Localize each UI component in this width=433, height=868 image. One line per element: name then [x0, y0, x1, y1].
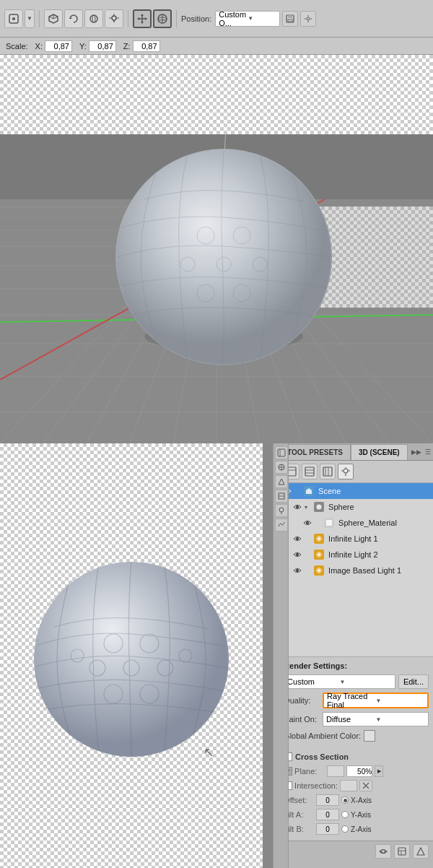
- quality-dropdown-arrow: ▼: [376, 698, 424, 704]
- divider-3: [176, 10, 177, 27]
- svg-point-113: [296, 553, 299, 556]
- light-btn[interactable]: [105, 9, 123, 28]
- tilt-a-row: Tilt A: Y-Axis: [284, 809, 429, 820]
- scale-x-input[interactable]: [45, 40, 72, 52]
- cube-btn[interactable]: [44, 9, 63, 28]
- edit-btn[interactable]: Edit...: [398, 674, 429, 689]
- tree-item-light1[interactable]: Infinite Light 1: [279, 531, 433, 547]
- scale-y-input[interactable]: [89, 40, 116, 52]
- rotate-btn[interactable]: [64, 9, 83, 28]
- side-tool-2[interactable]: [275, 461, 288, 474]
- rotate-3d-btn[interactable]: [153, 9, 172, 28]
- side-tool-1[interactable]: [275, 446, 288, 459]
- tilt-a-axis-radio[interactable]: [341, 811, 349, 818]
- tool-btn-1[interactable]: [4, 9, 23, 28]
- scale-x-label: X:: [35, 42, 43, 51]
- tree-vis-eye-light2[interactable]: [292, 550, 302, 560]
- side-tool-4[interactable]: [275, 490, 288, 503]
- svg-marker-16: [141, 14, 144, 16]
- tree-vis-eye-sphere[interactable]: [292, 502, 302, 512]
- paint-on-row: Paint On: Diffuse ▼: [284, 712, 429, 726]
- scale-y-field: Y:: [79, 40, 116, 52]
- cross-section-header: Cross Section: [284, 752, 429, 761]
- viewport-canvas: [0, 55, 433, 443]
- render-preset-arrow: ▼: [340, 679, 392, 685]
- tool-btn-dropdown[interactable]: ▼: [25, 9, 35, 28]
- panel-tab-menu[interactable]: ☰: [423, 444, 433, 460]
- scale-z-input[interactable]: [133, 40, 160, 52]
- sphere-btn[interactable]: [84, 9, 103, 28]
- tree-item-light2[interactable]: Infinite Light 2: [279, 547, 433, 563]
- tree-icon-sphere: [314, 502, 324, 512]
- render-preset-dropdown[interactable]: Custom ▼: [284, 674, 395, 689]
- tree-vis-eye-ibl1[interactable]: [292, 565, 302, 576]
- tree-vis-eye-material[interactable]: [302, 518, 312, 528]
- tab-tool-presets[interactable]: TOOL PRESETS: [279, 444, 351, 460]
- bottom-panel-row: [279, 841, 433, 862]
- scene-tree: Scene ▾ Sphere: [279, 483, 433, 656]
- paint-on-label: Paint On:: [284, 715, 320, 724]
- tree-label-ibl1: Image Based Light 1: [328, 566, 401, 575]
- svg-rect-107: [326, 520, 332, 526]
- panel-icon-light[interactable]: [338, 464, 354, 479]
- svg-point-87: [279, 508, 284, 512]
- tree-item-ibl1[interactable]: Image Based Light 1: [279, 563, 433, 578]
- tree-item-sphere[interactable]: ▾ Sphere: [279, 499, 433, 515]
- svg-rect-94: [323, 467, 332, 476]
- side-tool-5[interactable]: [275, 504, 288, 517]
- svg-marker-18: [137, 17, 139, 20]
- bottom-btn-2[interactable]: [394, 844, 410, 859]
- tilt-b-input[interactable]: [316, 823, 339, 835]
- tree-vis-eye-light1[interactable]: [292, 534, 302, 544]
- settings-btn[interactable]: [300, 11, 316, 27]
- divider-1: [39, 10, 40, 27]
- tree-item-scene[interactable]: Scene: [279, 483, 433, 499]
- svg-marker-19: [145, 17, 147, 20]
- offset-axis-radio[interactable]: [341, 797, 349, 804]
- viewport-3d[interactable]: [0, 55, 433, 443]
- svg-point-123: [382, 850, 385, 854]
- side-tool-6[interactable]: [275, 518, 288, 531]
- bottom-btn-3[interactable]: [413, 844, 429, 859]
- tree-item-sphere-material[interactable]: Sphere_Material: [279, 515, 433, 531]
- intersection-label: Intersection:: [294, 781, 338, 790]
- plane-arrow-btn[interactable]: ▶: [375, 765, 383, 777]
- tilt-a-input[interactable]: [316, 809, 339, 820]
- cross-section-label: Cross Section: [295, 752, 349, 761]
- tree-label-light2: Infinite Light 2: [328, 550, 378, 559]
- tree-expand-sphere[interactable]: ▾: [305, 504, 312, 511]
- tree-icon-ibl1: [314, 565, 324, 576]
- panel-tab-more[interactable]: ▶▶: [410, 444, 423, 460]
- panel-icon-mesh[interactable]: [302, 464, 318, 479]
- quality-dropdown[interactable]: Ray Traced Final ▼: [323, 693, 429, 708]
- svg-rect-124: [398, 848, 406, 855]
- paint-on-dropdown[interactable]: Diffuse ▼: [323, 712, 429, 726]
- plane-pct-input[interactable]: [346, 765, 372, 777]
- tab-3d-scene[interactable]: 3D (SCENE): [351, 444, 408, 460]
- bottom-section: ↖ TOOL PRESETS 3D (SCENE): [0, 443, 433, 868]
- svg-rect-80: [278, 449, 285, 456]
- position-dropdown[interactable]: Custom O... ▼: [215, 11, 280, 27]
- scale-x-field: X:: [35, 40, 72, 52]
- panel-icon-material[interactable]: [320, 464, 336, 479]
- svg-rect-25: [288, 19, 292, 22]
- tree-label-material: Sphere_Material: [338, 518, 397, 527]
- svg-point-8: [92, 15, 95, 22]
- svg-rect-24: [288, 15, 292, 18]
- tilt-b-axis-radio[interactable]: [341, 825, 349, 833]
- tilt-b-row: Tilt B: Z-Axis: [284, 823, 429, 835]
- svg-point-108: [296, 537, 299, 540]
- tree-label-light1: Infinite Light 1: [328, 534, 378, 543]
- bottom-btn-1[interactable]: [375, 844, 391, 859]
- offset-input[interactable]: [316, 794, 339, 806]
- svg-line-5: [49, 17, 53, 19]
- plane-input[interactable]: [327, 765, 344, 777]
- scale-z-field: Z:: [123, 40, 160, 52]
- side-tool-3[interactable]: [275, 475, 288, 488]
- paint-on-dropdown-arrow: ▼: [376, 716, 425, 723]
- move-btn[interactable]: [133, 9, 152, 28]
- intersection-input[interactable]: [340, 780, 357, 791]
- intersection-tool-btn[interactable]: [359, 780, 372, 791]
- global-ambient-swatch[interactable]: [364, 730, 375, 742]
- save-btn[interactable]: [282, 11, 298, 27]
